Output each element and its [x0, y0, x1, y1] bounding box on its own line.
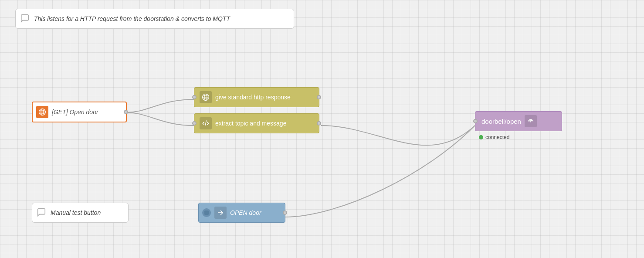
inject-icon [214, 207, 227, 219]
function-icon [200, 117, 212, 129]
comment-icon [20, 14, 31, 24]
http-response-icon [200, 91, 212, 103]
inject-node[interactable]: OPEN door [198, 203, 285, 223]
http-response-node[interactable]: give standard http response [194, 87, 319, 107]
comment-node-top[interactable]: This listens for a HTTP request from the… [15, 9, 294, 29]
mqtt-out-input-port[interactable] [473, 119, 478, 123]
function-label: extract topic and message [215, 120, 286, 127]
http-in-label: [GET] Open door [52, 109, 98, 115]
inject-label: OPEN door [230, 209, 261, 216]
http-response-input-port[interactable] [192, 95, 197, 99]
comment-bottom-icon [37, 207, 47, 218]
http-in-node[interactable]: [GET] Open door [32, 102, 127, 122]
mqtt-status: connected [479, 134, 509, 140]
http-in-output-port[interactable] [124, 110, 128, 114]
function-output-port[interactable] [317, 121, 321, 126]
svg-rect-11 [204, 210, 209, 215]
function-input-port[interactable] [192, 121, 197, 126]
svg-point-10 [530, 121, 531, 122]
mqtt-out-node[interactable]: doorbell/open connected [475, 111, 562, 131]
mqtt-out-icon [525, 115, 537, 127]
http-response-output-port[interactable] [317, 95, 321, 99]
comment-top-text: This listens for a HTTP request from the… [34, 15, 230, 22]
function-node[interactable]: extract topic and message [194, 113, 319, 133]
connected-dot [479, 135, 483, 139]
inject-button[interactable] [202, 208, 211, 217]
comment-bottom-text: Manual test button [51, 209, 101, 216]
mqtt-out-label: doorbell/open [481, 118, 521, 125]
inject-output-port[interactable] [283, 210, 287, 215]
flow-canvas: This listens for a HTTP request from the… [0, 0, 644, 258]
connected-label: connected [485, 134, 509, 140]
http-in-icon [36, 106, 48, 118]
http-response-label: give standard http response [215, 94, 291, 101]
comment-node-bottom[interactable]: Manual test button [32, 203, 129, 223]
